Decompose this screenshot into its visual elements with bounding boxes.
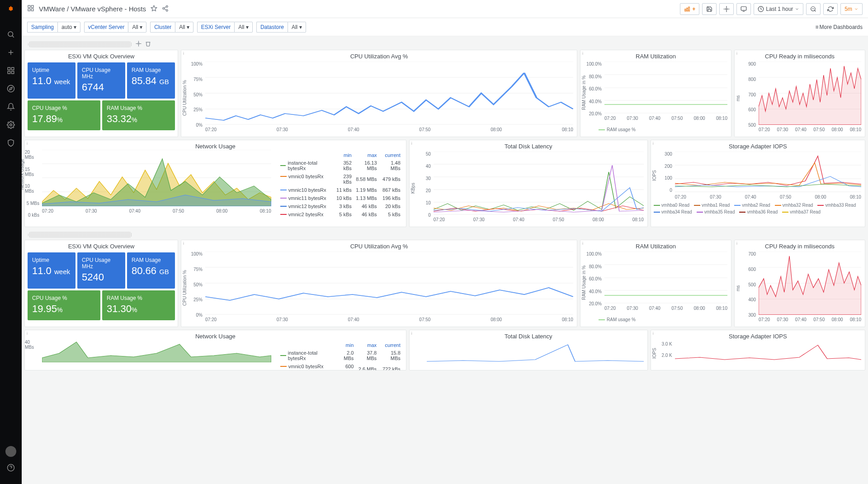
refresh-button[interactable] <box>823 3 838 15</box>
filter-cluster-select[interactable]: All ▾ <box>175 22 193 33</box>
svg-point-33 <box>138 43 139 44</box>
filter-sampling-label: Sampling <box>27 22 57 33</box>
zoom-out-button[interactable] <box>806 3 821 15</box>
svg-line-22 <box>164 7 166 8</box>
network-legend: minmaxcurrentinstance-total bytesRx352 k… <box>275 150 406 227</box>
svg-point-26 <box>726 8 728 10</box>
config-icon[interactable] <box>4 118 18 132</box>
tv-mode-button[interactable] <box>736 3 751 15</box>
row-title-redacted <box>28 41 132 47</box>
avatar[interactable] <box>5 446 16 457</box>
info-icon[interactable]: i <box>653 331 654 336</box>
save-button[interactable] <box>702 3 717 15</box>
panel-cpu-ready: i CPU Ready in miliseconds ms 9008007006… <box>734 50 865 137</box>
dashboards-icon[interactable] <box>4 63 18 78</box>
svg-rect-6 <box>8 71 10 74</box>
stat-ram-pct: RAM Usage %31.30% <box>102 290 175 320</box>
sidebar <box>0 0 22 484</box>
info-icon[interactable]: i <box>411 141 412 146</box>
stat-cpu-mhz: CPU Usage MHz5240 <box>77 252 125 289</box>
filter-vcenter-select[interactable]: All ▾ <box>128 22 146 33</box>
svg-point-18 <box>166 5 168 7</box>
svg-point-8 <box>8 85 14 92</box>
svg-rect-14 <box>31 5 33 8</box>
shield-icon[interactable] <box>4 136 18 150</box>
svg-rect-5 <box>12 67 14 70</box>
panel-iops: i Storage Adapter IOPS IOPS 3002001000 <box>651 140 865 227</box>
panel-cpu-ready: i CPU Ready in miliseconds ms 7006005004… <box>734 240 865 327</box>
info-icon[interactable]: i <box>411 331 412 336</box>
panel-iops: i Storage Adapter IOPS IOPS 3.0 K2.0 K <box>651 330 865 370</box>
panel-ram-util: i RAM Utilization RAM Usage in % 100.0%8… <box>580 240 731 327</box>
svg-rect-13 <box>28 5 30 8</box>
trash-icon[interactable] <box>145 41 151 48</box>
filter-datastore-label: Datastore <box>256 22 288 33</box>
iops-legend: vmhba0 Readvmhba1 Readvmhba2 Readvmhba32… <box>651 202 865 215</box>
svg-line-31 <box>815 10 816 11</box>
svg-point-10 <box>10 124 12 126</box>
svg-marker-9 <box>9 87 12 90</box>
svg-rect-16 <box>31 9 33 11</box>
topbar: VMWare / VMware vSphere - Hosts + Last 1… <box>22 0 868 18</box>
filter-vcenter-label: vCenter Server <box>84 22 128 33</box>
plus-icon[interactable] <box>4 45 18 60</box>
stat-ram: RAM Usage80.66 GB <box>127 252 175 289</box>
svg-rect-4 <box>8 67 10 70</box>
search-icon[interactable] <box>4 27 18 42</box>
refresh-interval-button[interactable]: 5m <box>840 3 863 15</box>
panel-overview: ESXi VM Quick Overview Uptime11.0 week C… <box>24 50 178 137</box>
info-icon[interactable]: i <box>183 241 184 246</box>
info-icon[interactable]: i <box>653 141 654 146</box>
info-icon[interactable]: i <box>27 331 28 336</box>
settings-button[interactable] <box>719 3 734 15</box>
panel-title: ESXi VM Quick Overview <box>25 50 178 60</box>
star-icon[interactable] <box>151 5 157 13</box>
stat-cpu-pct: CPU Usage %19.95% <box>28 290 100 320</box>
panel-network: i Network Usage 20 MBs15 MBs10 MBs5 MBs0… <box>24 140 406 227</box>
filter-esxi-select[interactable]: All ▾ <box>234 22 253 33</box>
filter-datastore-select[interactable]: All ▾ <box>288 22 306 33</box>
svg-rect-15 <box>28 9 30 11</box>
timerange-button[interactable]: Last 1 hour <box>754 3 803 15</box>
panel-cpu-util: i CPU Utilization Avg % CPU Utilization … <box>181 50 577 137</box>
network-legend: minmaxcurrentinstance-total bytesRx2.0 M… <box>275 340 406 370</box>
dashboard-content: ESXi VM Quick Overview Uptime11.0 week C… <box>22 36 868 484</box>
row-header[interactable] <box>24 230 865 240</box>
info-icon[interactable]: i <box>27 141 28 146</box>
stat-cpu-pct: CPU Usage %17.89% <box>28 100 100 130</box>
row-header[interactable] <box>24 39 865 50</box>
panel-disk-latency: i Total Disk Latency 40 <box>409 330 648 370</box>
svg-rect-23 <box>685 9 686 11</box>
share-icon[interactable] <box>162 5 169 13</box>
info-icon[interactable]: i <box>183 51 184 56</box>
panel-overview: ESXi VM Quick Overview Uptime11.0 week C… <box>24 240 178 327</box>
stat-uptime: Uptime11.0 week <box>28 252 75 289</box>
svg-point-20 <box>166 9 168 11</box>
panel-cpu-util: i CPU Utilization Avg % CPU Utilization … <box>181 240 577 327</box>
filter-cluster-label: Cluster <box>150 22 175 33</box>
explore-icon[interactable] <box>4 81 18 96</box>
filter-sampling-select[interactable]: auto ▾ <box>57 22 80 33</box>
page-title[interactable]: VMWare / VMware vSphere - Hosts <box>39 5 146 13</box>
svg-point-19 <box>163 7 165 9</box>
info-icon[interactable]: i <box>736 241 737 246</box>
svg-marker-17 <box>151 5 157 11</box>
help-icon[interactable] <box>4 460 18 475</box>
info-icon[interactable]: i <box>582 241 583 246</box>
filter-bar: Samplingauto ▾ vCenter ServerAll ▾ Clust… <box>22 18 868 36</box>
info-icon[interactable]: i <box>582 51 583 56</box>
gear-icon[interactable] <box>136 41 142 48</box>
svg-rect-24 <box>687 8 688 11</box>
dashboard-grid-icon <box>27 5 34 13</box>
alerting-icon[interactable] <box>4 100 18 114</box>
add-panel-button[interactable]: + <box>680 3 699 15</box>
svg-rect-27 <box>741 6 746 10</box>
more-dashboards-link[interactable]: ≡More Dashboards <box>816 24 863 30</box>
grafana-logo[interactable] <box>5 4 17 16</box>
stat-ram-pct: RAM Usage %33.32% <box>102 100 175 130</box>
info-icon[interactable]: i <box>736 51 737 56</box>
svg-point-0 <box>8 32 13 37</box>
svg-line-21 <box>164 9 166 10</box>
row-title-redacted <box>28 232 132 238</box>
panel-network: i Network Usage 40 MBs30 MBs Network Usa… <box>24 330 406 370</box>
